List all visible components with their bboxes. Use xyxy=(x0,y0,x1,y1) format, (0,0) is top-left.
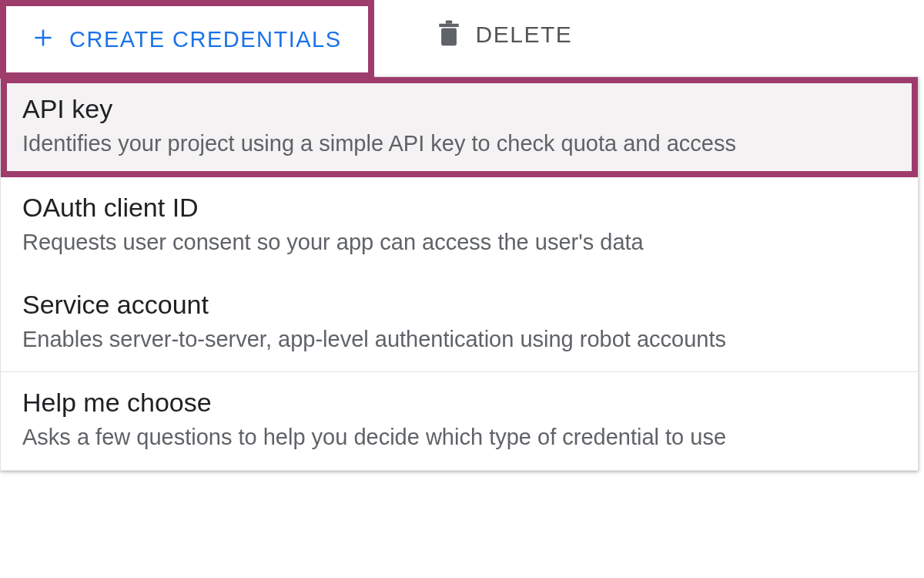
toolbar: CREATE CREDENTIALS DELETE xyxy=(0,0,924,79)
menu-item-title: Help me choose xyxy=(22,388,896,418)
menu-item-title: API key xyxy=(22,94,896,124)
svg-rect-2 xyxy=(445,21,452,24)
trash-icon xyxy=(436,19,462,50)
credentials-dropdown: API key Identifies your project using a … xyxy=(0,76,919,471)
menu-item-desc: Asks a few questions to help you decide … xyxy=(22,422,896,452)
menu-item-api-key[interactable]: API key Identifies your project using a … xyxy=(1,77,918,177)
menu-item-title: OAuth client ID xyxy=(22,193,896,223)
menu-item-desc: Enables server-to-server, app-level auth… xyxy=(22,324,896,355)
menu-item-service-account[interactable]: Service account Enables server-to-server… xyxy=(1,274,918,371)
menu-item-desc: Requests user consent so your app can ac… xyxy=(22,227,896,257)
plus-icon xyxy=(32,26,54,52)
menu-item-desc: Identifies your project using a simple A… xyxy=(22,129,896,159)
create-credentials-button[interactable]: CREATE CREDENTIALS xyxy=(0,0,374,79)
create-credentials-label: CREATE CREDENTIALS xyxy=(69,27,342,52)
menu-item-title: Service account xyxy=(22,290,896,320)
svg-rect-1 xyxy=(439,24,459,27)
delete-label: DELETE xyxy=(476,22,573,48)
svg-rect-0 xyxy=(441,29,457,46)
menu-item-help-me-choose[interactable]: Help me choose Asks a few questions to h… xyxy=(1,372,918,469)
menu-item-oauth-client-id[interactable]: OAuth client ID Requests user consent so… xyxy=(1,177,918,274)
delete-button[interactable]: DELETE xyxy=(374,0,573,69)
